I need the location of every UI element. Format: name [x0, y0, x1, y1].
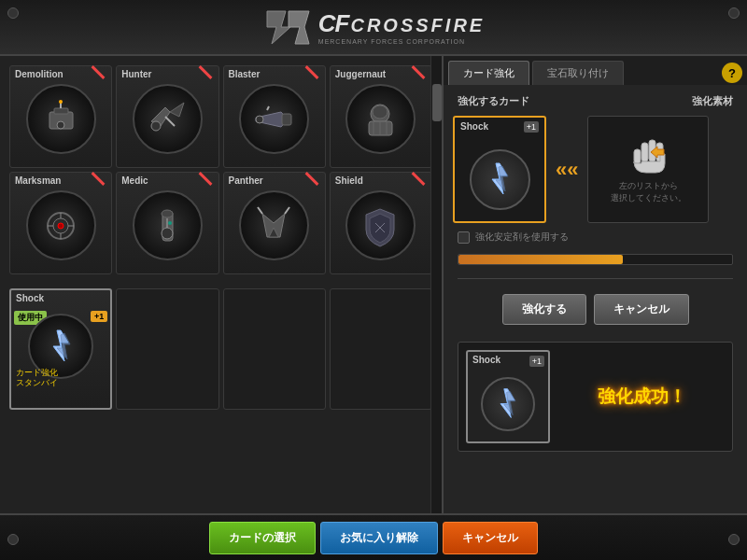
material-slot[interactable]: 左のリストから選択してください。	[587, 116, 709, 223]
tab-gem[interactable]: 宝石取り付け	[532, 61, 624, 85]
scrollbar-thumb[interactable]	[432, 84, 442, 121]
card-hunter[interactable]: Hunter	[116, 65, 218, 168]
marksman-icon-area	[26, 190, 96, 260]
card-demolition[interactable]: Demolition	[9, 65, 112, 168]
card-slot-2[interactable]	[116, 288, 218, 410]
juggernaut-slash	[412, 65, 426, 79]
logo-sub: MERCENARY FORCES CORPORATION	[318, 38, 485, 45]
content-area: Demolition Hunter	[0, 56, 747, 513]
cancel-button[interactable]: キャンセル	[594, 294, 689, 325]
progress-bar	[458, 254, 733, 265]
card-medic-label: Medic	[117, 173, 152, 189]
svg-rect-9	[282, 114, 291, 125]
corner-decoration-tl	[7, 7, 19, 19]
divider	[458, 278, 733, 279]
arrow-left-icon[interactable]: ««	[556, 158, 578, 182]
svg-point-20	[58, 223, 63, 229]
card-grid-bottom: Shock 使用中 +1 カード強化 スタンバイ	[5, 284, 437, 414]
shock-standby-text: カード強化 スタンバイ	[16, 368, 58, 389]
shield-icon-area	[345, 190, 416, 260]
reinforce-card-label: 強化するカード	[458, 94, 529, 108]
bottom-bar: カードの選択 お気に入り解除 キャンセル	[0, 513, 747, 560]
svg-rect-38	[641, 143, 648, 161]
success-text-area: 強化成功！	[559, 385, 725, 409]
card-blaster[interactable]: Blaster	[223, 65, 326, 168]
hunter-icon	[142, 93, 193, 145]
shock-active-label: Shock	[11, 290, 49, 306]
card-shield[interactable]: Shield	[330, 172, 432, 274]
shock-level-badge: +1	[91, 311, 107, 322]
card-select-button[interactable]: カードの選択	[209, 522, 316, 554]
reinforce-button[interactable]: 強化する	[502, 294, 586, 325]
svg-point-10	[256, 116, 263, 123]
card-panther[interactable]: Panther	[223, 172, 326, 274]
progress-bar-fill	[458, 255, 623, 264]
logo-name: CROSSFIRE	[350, 15, 485, 36]
card-marksman[interactable]: Marksman	[9, 172, 112, 274]
panther-slash	[304, 172, 318, 186]
shield-icon	[355, 200, 406, 251]
tabs-row: カード強化 宝石取り付け ?	[444, 56, 747, 85]
shield-slash	[412, 172, 426, 186]
reinforce-card-slot[interactable]: Shock +1	[453, 116, 546, 223]
hunter-icon-area	[133, 84, 203, 154]
svg-point-7	[151, 121, 161, 131]
main-container: CF CROSSFIRE MERCENARY FORCES CORPORATIO…	[0, 0, 747, 560]
marksman-slash	[92, 172, 106, 186]
corner-decoration-tr	[728, 7, 740, 19]
stabilizer-checkbox[interactable]	[458, 231, 470, 244]
success-card-slot: Shock +1	[466, 350, 550, 443]
success-card-name: Shock	[468, 352, 505, 368]
blaster-slash	[304, 65, 318, 79]
svg-line-8	[165, 117, 175, 126]
card-blaster-label: Blaster	[224, 66, 265, 82]
card-slot-4[interactable]	[330, 288, 432, 410]
svg-rect-3	[54, 108, 68, 114]
section-headers: 強化するカード 強化素材	[453, 94, 738, 108]
right-panel: カード強化 宝石取り付け ? 強化するカード 強化素材	[444, 56, 747, 513]
medic-icon-area	[133, 190, 203, 260]
card-marksman-label: Marksman	[10, 173, 65, 189]
svg-rect-41	[634, 149, 641, 163]
help-button[interactable]: ?	[722, 63, 742, 83]
logo-cf: CF	[318, 9, 349, 38]
svg-point-29	[168, 221, 172, 225]
demolition-icon-area	[26, 84, 96, 154]
panther-icon-area	[239, 190, 309, 260]
left-panel: Demolition Hunter	[0, 56, 444, 513]
scrollbar[interactable]	[430, 56, 442, 513]
card-slots-row: Shock +1 ««	[453, 116, 738, 223]
header: CF CROSSFIRE MERCENARY FORCES CORPORATIO…	[0, 0, 747, 56]
blaster-icon	[248, 93, 300, 145]
logo: CF CROSSFIRE MERCENARY FORCES CORPORATIO…	[262, 7, 485, 49]
bottom-cancel-button[interactable]: キャンセル	[443, 522, 538, 554]
reinforce-card-name: Shock	[460, 121, 488, 132]
success-message: 強化成功！	[598, 385, 686, 409]
card-medic[interactable]: Medic	[116, 172, 218, 274]
svg-point-26	[162, 210, 173, 217]
success-card-icon	[481, 377, 535, 431]
panther-icon	[248, 200, 300, 251]
hunter-slash	[198, 65, 212, 79]
card-slot-3[interactable]	[223, 288, 326, 410]
card-juggernaut[interactable]: Juggernaut	[330, 65, 432, 168]
card-shield-label: Shield	[331, 173, 368, 189]
juggernaut-icon	[355, 93, 406, 145]
svg-marker-1	[289, 11, 309, 44]
blaster-icon-area	[239, 84, 309, 154]
shock-lightning-svg	[479, 159, 521, 201]
hand-icon	[623, 135, 674, 177]
card-juggernaut-label: Juggernaut	[331, 66, 390, 82]
action-buttons: 強化する キャンセル	[453, 289, 738, 329]
card-grid-top: Demolition Hunter	[5, 61, 437, 279]
favorite-remove-button[interactable]: お気に入り解除	[320, 522, 438, 554]
corner-decoration-br	[728, 534, 740, 545]
medic-icon	[142, 200, 193, 251]
marksman-icon	[35, 200, 87, 251]
tab-reinforce[interactable]: カード強化	[448, 61, 529, 85]
svg-line-11	[267, 106, 269, 110]
success-lightning-svg	[488, 385, 528, 424]
card-shock-active[interactable]: Shock 使用中 +1 カード強化 スタンバイ	[9, 288, 112, 410]
success-shock-icon	[481, 377, 535, 431]
svg-point-4	[57, 121, 64, 129]
